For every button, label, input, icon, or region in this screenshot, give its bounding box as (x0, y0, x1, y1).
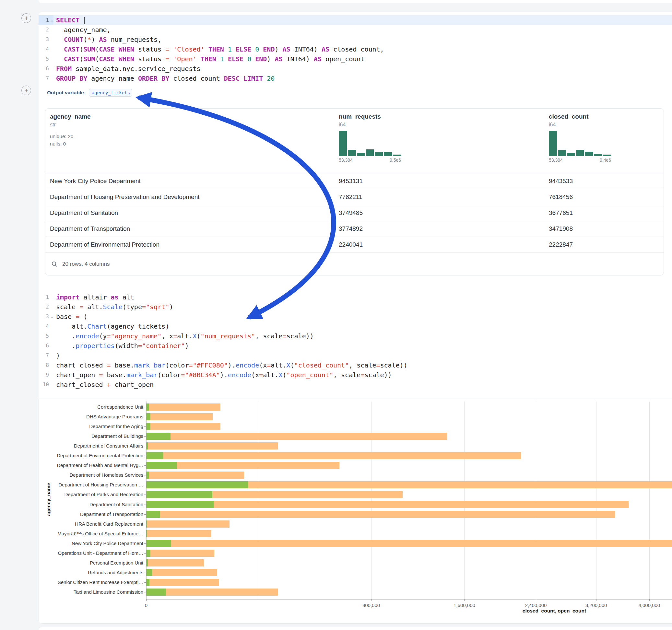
line-number: 3 (39, 35, 53, 44)
collapse-icon[interactable]: ⌄ (51, 15, 53, 25)
x-tick-label: 1,600,000 (454, 602, 475, 608)
y-axis-label: Department of Sanitation (39, 502, 143, 507)
code-line: 5 .encode(y="agency_name", x=alt.X("num_… (39, 331, 672, 341)
sql-editor[interactable]: 1⌄SELECT 2 agency_name,3 COUNT(*) AS num… (39, 15, 672, 83)
table-cell: 2222847 (549, 241, 664, 248)
search-icon[interactable] (51, 261, 58, 267)
code-line: 6FROM sample_data.nyc.service_requests (39, 64, 672, 74)
line-number: 5 (39, 331, 53, 341)
column-dtype: i64 (549, 122, 664, 128)
gridline (464, 402, 464, 599)
output-variable-chip[interactable]: agency_tickets (89, 89, 132, 97)
bar-open_count (146, 550, 150, 557)
column-header-num-requests: num_requests i64 53,304 9.5e6 (339, 113, 549, 173)
y-axis-label: Department of Consumer Affairs (39, 443, 143, 449)
y-axis-label: Mayorâ€™s Office of Special Enforce… (39, 531, 143, 536)
y-axis-label: DHS Advantage Programs (39, 414, 143, 419)
histogram-bar (375, 152, 383, 156)
add-cell-button-top[interactable]: + (21, 13, 31, 23)
line-number: 1 (39, 292, 53, 302)
y-axis-label: Department of Environmental Protection (39, 453, 143, 458)
code-line: 4 CAST(SUM(CASE WHEN status = 'Closed' T… (39, 44, 672, 54)
code-line: 1⌄SELECT (39, 15, 672, 25)
table-cell: 9453131 (339, 177, 549, 185)
table-cell: 3749485 (339, 209, 549, 217)
bar-closed_count (146, 550, 214, 557)
line-number: 4 (39, 321, 53, 331)
column-name: closed_count (549, 113, 664, 120)
histogram-bar (366, 149, 374, 156)
histogram-bar (567, 153, 575, 156)
output-variable-label: Output variable: (47, 90, 86, 96)
y-axis-title: agency_name (46, 483, 51, 516)
y-axis-label: Department of Housing Preservation … (39, 482, 143, 487)
y-axis-label: New York City Police Department (39, 540, 143, 546)
line-number: 2 (39, 25, 53, 35)
y-axis-label: Department of Homeless Services (39, 472, 143, 478)
bar-closed_count (146, 471, 244, 479)
bar-closed_count (146, 559, 204, 566)
line-number: 8 (39, 360, 53, 370)
bar-open_count (146, 511, 160, 518)
table-cell: 3677651 (549, 209, 664, 217)
table-cell: New York City Police Department (50, 177, 339, 185)
histogram-bar (348, 150, 356, 156)
collapse-icon[interactable]: ⌄ (51, 312, 53, 321)
column-header-closed-count: closed_count i64 53,304 9.4e6 (549, 113, 664, 173)
bar-open_count (146, 413, 150, 420)
code-line: 3 COUNT(*) AS num_requests, (39, 35, 672, 44)
add-cell-button-below-sql[interactable]: + (21, 86, 31, 95)
next-cell-edge (39, 627, 672, 630)
code-line: 5 CAST(SUM(CASE WHEN status = 'Open' THE… (39, 54, 672, 64)
y-axis-label: Personal Exemption Unit (39, 560, 143, 565)
column-dtype: i64 (339, 122, 549, 128)
table-cell: 3471908 (549, 225, 664, 232)
histogram-max: 9.4e6 (600, 158, 611, 163)
output-variable-row: Output variable: agency_tickets (47, 88, 132, 98)
bar-open_count (146, 501, 214, 508)
bar-open_count (146, 491, 212, 498)
code-line: 8chart_closed = base.mark_bar(color="#FF… (39, 360, 672, 370)
y-axis-label: Department for the Aging (39, 423, 143, 429)
code-line: 1import altair as alt (39, 292, 672, 302)
histogram-bar (549, 131, 557, 156)
table-row: Department of Transportation377489234719… (45, 221, 664, 237)
table-cell: Department of Housing Preservation and D… (50, 193, 339, 201)
y-axis-label: Senior Citizen Rent Increase Exempti… (39, 579, 143, 585)
column-name: agency_name (50, 113, 339, 120)
histogram-bar (576, 150, 584, 156)
table-header: agency_name str unique: 20 nulls: 0 num_… (45, 108, 664, 173)
histogram-max: 9.5e6 (390, 158, 401, 163)
table-row: Department of Housing Preservation and D… (45, 189, 664, 205)
table-cell: 9443533 (549, 177, 664, 185)
code-line: 9chart_open = base.mark_bar(color="#8BC3… (39, 370, 672, 380)
x-axis-title: closed_count, open_count (523, 608, 586, 614)
bar-open_count (146, 520, 147, 528)
line-number: 7 (39, 350, 53, 360)
line-number: 7 (39, 74, 53, 83)
line-number: 1⌄ (39, 15, 53, 25)
histogram-bar (339, 131, 347, 156)
table-cell: Department of Transportation (50, 225, 339, 232)
x-tick-label: 0 (145, 602, 147, 608)
bar-open_count (146, 559, 148, 566)
code-line: 7) (39, 350, 672, 360)
line-number: 5 (39, 54, 53, 64)
bar-open_count (146, 433, 170, 440)
x-axis-tick (596, 599, 597, 601)
y-axis-label: Department of Transportation (39, 511, 143, 517)
code-line: 2 agency_name, (39, 25, 672, 35)
row-column-count: 20 rows, 4 columns (62, 261, 110, 267)
python-editor[interactable]: 1import altair as alt2scale = alt.Scale(… (39, 288, 672, 390)
bar-open_count (146, 442, 148, 450)
line-number: 3⌄ (39, 312, 53, 321)
table-footer: 20 rows, 4 columns (45, 252, 664, 275)
histogram-bar (585, 152, 593, 156)
column-histogram (339, 131, 401, 156)
histogram-range: 53,304 9.5e6 (339, 158, 401, 163)
text-cursor (84, 17, 85, 24)
x-tick-label: 3,200,000 (585, 602, 607, 608)
y-axis-label: Operations Unit - Department of Hom… (39, 550, 143, 556)
y-axis-label: HRA Benefit Card Replacement (39, 521, 143, 527)
histogram-min: 53,304 (549, 158, 563, 163)
